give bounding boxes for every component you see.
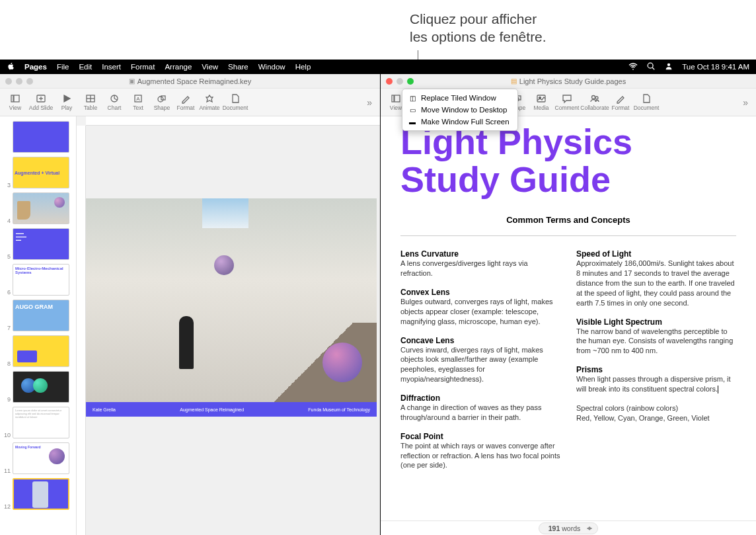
term-heading: Convex Lens bbox=[400, 288, 560, 297]
term-body: Bulges outward, converges rays of light,… bbox=[400, 297, 560, 327]
callout-line-2: les options de fenêtre. bbox=[410, 28, 547, 46]
spotlight-icon[interactable] bbox=[646, 62, 656, 72]
term-heading: Speed of Light bbox=[576, 249, 736, 259]
term-body: A change in direction of waves as they p… bbox=[400, 403, 560, 423]
toolbar-overflow-icon[interactable]: » bbox=[743, 97, 752, 108]
svg-point-29 bbox=[595, 97, 598, 99]
slide-thumb[interactable]: AUGO GRAM bbox=[13, 300, 69, 331]
slide-thumb[interactable]: Lorem ipsum dolor sit amet consectetur a… bbox=[13, 407, 69, 438]
format-button[interactable]: Format bbox=[609, 93, 632, 111]
play-button[interactable]: Play bbox=[56, 93, 78, 111]
svg-line-14 bbox=[114, 99, 117, 100]
animate-button[interactable]: Animate bbox=[198, 93, 221, 111]
format-button[interactable]: Format bbox=[174, 93, 197, 111]
arrange-menu[interactable]: Arrange bbox=[165, 63, 192, 71]
term-body: The point at which rays or waves converg… bbox=[400, 441, 560, 471]
term-heading: Visible Light Spectrum bbox=[576, 317, 736, 327]
svg-point-28 bbox=[592, 96, 595, 99]
keynote-titlebar: ▣ Augmented Space Reimagined.key bbox=[0, 74, 380, 89]
slide-thumb[interactable]: Augmented + Virtual bbox=[13, 157, 69, 188]
window-options-menu: ◫Replace Tiled Window ▭Move Window to De… bbox=[402, 89, 518, 131]
view-button[interactable]: View bbox=[4, 93, 26, 111]
slide-thumb[interactable]: ▬▬▬▬▬▬▬▬▬ bbox=[13, 228, 69, 260]
term-body: Spectral colors (rainbow colors) bbox=[576, 403, 736, 413]
apple-logo-icon[interactable] bbox=[7, 62, 15, 71]
pages-traffic-lights bbox=[386, 78, 414, 85]
move-window-to-desktop[interactable]: ▭Move Window to Desktop bbox=[402, 104, 517, 116]
window-menu[interactable]: Window bbox=[258, 63, 285, 71]
term-body: The narrow band of wavelengths perceptib… bbox=[576, 327, 736, 356]
svg-marker-19 bbox=[206, 95, 213, 102]
zoom-button[interactable] bbox=[407, 78, 414, 85]
slide-thumb[interactable] bbox=[13, 192, 69, 224]
macos-desktop: Pages File Edit Insert Format Arrange Vi… bbox=[0, 60, 756, 535]
view-menu[interactable]: View bbox=[202, 63, 218, 71]
slide-footer: Kate Grella Augmented Space Reimagined F… bbox=[86, 402, 377, 417]
term-heading: Diffraction bbox=[400, 393, 560, 403]
close-button[interactable] bbox=[386, 78, 393, 85]
pages-title: Light Physics Study Guide.pages bbox=[519, 77, 626, 85]
help-menu[interactable]: Help bbox=[295, 63, 311, 71]
slide-canvas[interactable]: Kate Grella Augmented Space Reimagined F… bbox=[86, 198, 377, 417]
shape-button[interactable]: Shape bbox=[151, 93, 173, 111]
slide-thumb[interactable]: Moving Forward bbox=[13, 442, 69, 474]
pages-statusbar: 191 words bbox=[381, 520, 756, 535]
term-body: Red, Yellow, Cyan, Orange, Green, Violet bbox=[576, 413, 736, 423]
document-button[interactable]: Document bbox=[222, 93, 248, 111]
slide-thumb[interactable] bbox=[13, 121, 69, 153]
close-button[interactable] bbox=[5, 78, 12, 85]
keynote-toolbar: View Add Slide Play Table Chart AText Sh… bbox=[0, 89, 380, 116]
slide-thumb[interactable] bbox=[13, 335, 69, 367]
menubar-clock[interactable]: Tue Oct 18 9:41 AM bbox=[682, 63, 749, 71]
replace-tile-icon: ◫ bbox=[408, 95, 417, 102]
doc-subtitle: Common Terms and Concepts bbox=[400, 215, 736, 225]
term-body: When light passes through a dispersive p… bbox=[576, 374, 736, 394]
zoom-button[interactable] bbox=[26, 78, 33, 85]
slide-title: Augmented Space Reimagined bbox=[180, 407, 244, 412]
document-button[interactable]: Document bbox=[633, 93, 660, 111]
insert-menu[interactable]: Insert bbox=[102, 63, 121, 71]
callout-line-1: Cliquez pour afficher bbox=[410, 10, 547, 28]
slide-thumb-selected[interactable] bbox=[13, 478, 69, 510]
document-area[interactable]: Light PhysicsStudy Guide Common Terms an… bbox=[381, 116, 756, 520]
comment-button[interactable]: Comment bbox=[554, 93, 580, 111]
slide-thumb[interactable] bbox=[13, 371, 69, 403]
horizontal-ruler bbox=[86, 116, 380, 126]
doc-title: Light PhysicsStudy Guide bbox=[400, 123, 736, 198]
term-heading: Concave Lens bbox=[400, 336, 560, 345]
slide-image bbox=[86, 198, 377, 402]
term-heading: Prisms bbox=[576, 365, 736, 374]
slide-author: Kate Grella bbox=[93, 407, 116, 412]
slide-navigator[interactable]: 3Augmented + Virtual 4 5▬▬▬▬▬▬▬▬▬ 6Micro… bbox=[0, 116, 77, 535]
add-slide-button[interactable]: Add Slide bbox=[28, 93, 54, 111]
slide-canvas-area[interactable]: Kate Grella Augmented Space Reimagined F… bbox=[77, 116, 380, 535]
table-button[interactable]: Table bbox=[79, 93, 102, 111]
slide-venue: Funda Museum of Technology bbox=[308, 407, 370, 412]
toolbar-overflow-icon[interactable]: » bbox=[367, 97, 376, 108]
word-count[interactable]: 191 words bbox=[539, 522, 598, 534]
file-menu[interactable]: File bbox=[57, 63, 69, 71]
pages-window: ▤ Light Physics Study Guide.pages View A… bbox=[381, 74, 756, 535]
user-icon[interactable] bbox=[664, 62, 673, 72]
replace-tiled-window[interactable]: ◫Replace Tiled Window bbox=[402, 92, 517, 104]
svg-point-0 bbox=[648, 63, 653, 68]
svg-rect-26 bbox=[537, 95, 545, 102]
format-menu[interactable]: Format bbox=[131, 63, 155, 71]
vertical-ruler bbox=[77, 126, 86, 535]
edit-menu[interactable]: Edit bbox=[79, 63, 92, 71]
term-body: Curves inward, diverges rays of light, m… bbox=[400, 345, 560, 384]
chart-button[interactable]: Chart bbox=[103, 93, 126, 111]
collaborate-button[interactable]: Collaborate bbox=[582, 93, 608, 111]
minimize-button[interactable] bbox=[397, 78, 403, 85]
app-menu[interactable]: Pages bbox=[24, 63, 47, 71]
text-cursor bbox=[718, 386, 718, 393]
term-body: Approximately 186,000mi/s. Sunlight take… bbox=[576, 259, 736, 308]
slide-thumb[interactable]: Micro-Electro-Mechanical Systems bbox=[13, 264, 69, 296]
text-button[interactable]: AText bbox=[127, 93, 149, 111]
minimize-button[interactable] bbox=[16, 78, 22, 85]
make-window-full-screen[interactable]: ▬Make Window Full Screen bbox=[402, 116, 517, 128]
keynote-title: Augmented Space Reimagined.key bbox=[137, 77, 251, 85]
share-menu[interactable]: Share bbox=[228, 63, 248, 71]
media-button[interactable]: Media bbox=[530, 93, 552, 111]
wifi-icon[interactable] bbox=[628, 62, 638, 72]
